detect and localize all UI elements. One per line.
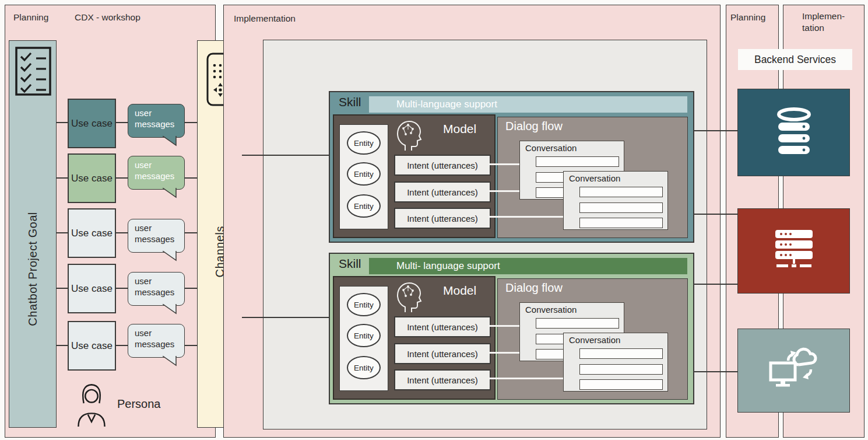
planning-label: Planning [13,12,48,23]
conversation-title: Conversation [525,143,577,153]
intent-conversation-line [489,163,521,165]
channels-skill1-connector [242,155,329,156]
intent-box: Intent (utterances) [394,181,491,202]
dialog-flow-title: Dialog flow [505,120,563,133]
connector-line [116,232,128,233]
entity-oval: Entity [347,162,381,186]
model-box: Entity Entity Entity [333,276,496,400]
cdx-workshop-label: CDX - workshop [75,12,140,23]
entity-panel: Entity Entity Entity [339,286,388,391]
user-messages-bubble-3: user messages [128,219,185,253]
connector-line [57,345,68,346]
skill-label: Skill [339,95,361,109]
connector-line [185,122,197,123]
entity-oval: Entity [347,293,381,316]
connector-line [185,177,197,179]
model-box: Entity Entity Entity [333,114,496,238]
chatbot-project-goal-label: Chatbot Project Goal [26,212,40,326]
right-planning-label: Planning [730,12,765,23]
skill2-server-connector [694,284,739,285]
skill1-server-connector [694,214,739,215]
conversation-box: Conversation [563,333,668,392]
user-messages-bubble-2: user messages [128,156,185,190]
bubble-text: user messages [135,223,174,244]
multi-language-support-header: Multi-language support [369,96,687,113]
connector-line [185,288,197,289]
intent-box: Intent (utterances) [394,208,491,229]
connector-line [116,122,128,123]
bubble-tail [162,304,177,315]
channels-skill2-connector [242,317,329,318]
bubble-text: user messages [135,160,174,181]
connector-line [185,232,197,233]
connector-line [57,122,68,123]
skill-container-1: Skill Multi-language support Entity Enti… [329,91,694,243]
intent-box: Intent (utterances) [394,369,491,390]
multi-language-support-header: Multi- language support [369,258,687,274]
conversation-row [579,218,663,228]
connector-line [57,288,68,289]
bubble-tail [162,356,177,366]
skill-label: Skill [339,257,361,271]
bubble-text: user messages [135,276,174,297]
user-messages-bubble-4: user messages [128,272,185,306]
database-icon [773,107,815,158]
entity-panel: Entity Entity Entity [339,124,388,229]
model-title: Model [443,284,476,298]
intent-conversation-line [489,378,564,379]
backend-services-label: Backend Services [738,49,852,70]
persona-label: Persona [117,397,161,411]
entity-oval: Entity [347,131,381,155]
ai-head-icon [393,117,424,155]
conversation-row [579,348,663,359]
bubble-tail [162,251,177,261]
dialog-flow-panel: Dialog flow Conversation Conversation [497,278,688,400]
conversation-row [579,379,663,390]
skill2-cloud-connector [694,371,739,372]
entity-oval: Entity [347,194,381,218]
connector-line [57,232,68,233]
chatbot-architecture-diagram: Planning CDX - workshop [0,0,868,440]
use-case-box-5: Use case [68,321,116,371]
right-implementation-label-line2: tation [802,23,824,33]
conversation-box: Conversation [563,171,668,230]
conversation-row [579,187,663,197]
chatbot-project-goal-bar: Chatbot Project Goal [9,40,57,428]
bubble-text: user messages [135,328,174,349]
conversation-row [579,364,663,375]
intent-box: Intent (utterances) [394,316,491,337]
implementation-label: Implementation [234,13,296,24]
planning-workshop-panel: Planning CDX - workshop [5,5,216,438]
bubble-tail [162,188,177,198]
connector-line [116,345,128,346]
use-case-box-2: Use case [68,153,116,203]
connector-line [116,288,128,289]
entity-oval: Entity [347,324,381,347]
right-implementation-label-line1: Implemen- [802,11,845,22]
dialog-flow-title: Dialog flow [505,281,563,295]
conversation-title: Conversation [569,335,620,345]
user-messages-bubble-1: user messages [128,104,185,138]
checklist-icon [15,46,52,99]
database-service-box [737,89,850,176]
cloud-sync-icon [768,347,820,394]
skill1-database-connector [694,130,739,131]
intent-conversation-line [489,325,521,327]
connector-line [116,177,128,179]
use-case-box-1: Use case [68,99,116,148]
implementation-panel: Implementation Skill Multi-language supp… [223,5,721,438]
conversation-row [536,156,619,167]
intent-conversation-line [489,216,564,218]
intent-box: Intent (utterances) [394,155,491,176]
server-service-box [737,208,850,294]
use-case-box-4: Use case [68,264,116,313]
intent-box: Intent (utterances) [394,343,491,364]
skill-container-2: Skill Multi- language support Entity Ent… [329,253,694,404]
intent-conversation-line [489,352,521,354]
conversation-title: Conversation [569,173,620,183]
dialog-flow-panel: Dialog flow Conversation Conversation [497,117,688,238]
conversation-row [579,202,663,213]
bubble-text: user messages [135,108,174,129]
ai-head-icon [393,279,424,316]
user-messages-bubble-5: user messages [128,324,185,358]
